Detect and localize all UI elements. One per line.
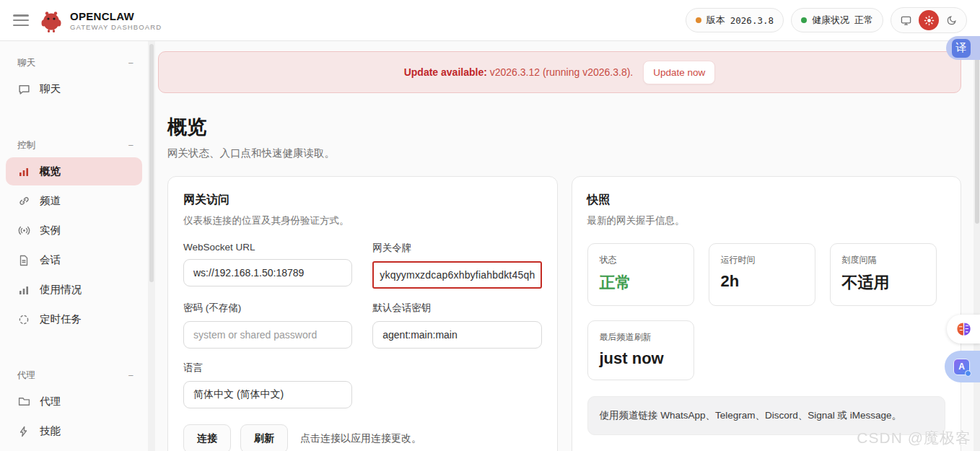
sidebar-item-cron[interactable]: 定时任务 bbox=[6, 305, 142, 333]
websocket-url-input[interactable] bbox=[183, 259, 352, 286]
sidebar-section-agents: 代理 − bbox=[0, 364, 148, 386]
health-value: 正常 bbox=[854, 14, 873, 27]
collapse-icon[interactable]: − bbox=[128, 140, 134, 151]
sidebar: 聊天 − 聊天 控制 − 概览 频道 实例 会话 bbox=[0, 41, 148, 451]
websocket-url-field: WebSocket URL bbox=[183, 242, 352, 289]
connect-button[interactable]: 连接 bbox=[183, 424, 231, 451]
brain-icon bbox=[955, 321, 973, 338]
app-logo: OPENCLAW GATEWAY DASHBOARD bbox=[39, 7, 162, 33]
sidebar-item-skills[interactable]: 技能 bbox=[6, 417, 142, 445]
translate-selection-button[interactable]: A bbox=[945, 351, 980, 382]
language-field: 语言 简体中文 (简体中文) bbox=[183, 362, 352, 408]
sidebar-item-nodes[interactable]: 节点 bbox=[6, 447, 142, 451]
stat-tile-status: 状态 正常 bbox=[587, 243, 694, 306]
sidebar-item-label: 实例 bbox=[40, 224, 61, 237]
theme-dark-button[interactable] bbox=[942, 10, 962, 30]
stat-value: 不适用 bbox=[842, 272, 924, 294]
refresh-button[interactable]: 刷新 bbox=[240, 424, 288, 451]
section-title: 代理 bbox=[17, 369, 35, 382]
update-banner-text: Update available: v2026.3.12 (running v2… bbox=[404, 66, 634, 78]
sidebar-item-label: 频道 bbox=[40, 194, 61, 208]
gateway-card-subtitle: 仪表板连接的位置及其身份验证方式。 bbox=[183, 214, 542, 227]
stat-label: 状态 bbox=[600, 254, 682, 266]
theme-light-button[interactable] bbox=[919, 10, 939, 30]
chat-bubble-icon bbox=[17, 83, 30, 96]
gateway-token-label: 网关令牌 bbox=[372, 242, 541, 255]
translate-page-button[interactable]: 译 bbox=[946, 36, 980, 60]
password-field: 密码 (不存储) bbox=[183, 302, 352, 349]
app-title: OPENCLAW bbox=[70, 10, 162, 22]
crab-logo-icon bbox=[39, 7, 64, 33]
health-badge: 健康状况 正常 bbox=[791, 8, 883, 32]
section-title: 聊天 bbox=[17, 57, 35, 69]
stat-tile-uptime: 运行时间 2h bbox=[709, 243, 815, 306]
main-content: Update available: v2026.3.12 (running v2… bbox=[155, 41, 971, 451]
collapse-icon[interactable]: − bbox=[128, 58, 134, 69]
version-dot bbox=[696, 17, 701, 23]
translate-a-icon: A bbox=[953, 359, 970, 375]
stat-label: 运行时间 bbox=[721, 254, 803, 266]
sidebar-item-overview[interactable]: 概览 bbox=[6, 157, 142, 185]
link-icon bbox=[17, 195, 30, 208]
password-input[interactable] bbox=[183, 321, 352, 349]
lightning-icon bbox=[17, 425, 30, 438]
sidebar-item-label: 会话 bbox=[40, 253, 61, 267]
sidebar-item-label: 定时任务 bbox=[40, 312, 82, 326]
sidebar-item-label: 技能 bbox=[40, 424, 61, 438]
stat-value: just now bbox=[600, 349, 682, 368]
stat-tile-tick-interval: 刻度间隔 不适用 bbox=[830, 243, 937, 306]
snapshot-card: 快照 最新的网关握手信息。 状态 正常 运行时间 2h 刻度间隔 不适用 bbox=[572, 176, 962, 451]
sidebar-item-label: 概览 bbox=[40, 165, 61, 178]
password-label: 密码 (不存储) bbox=[183, 302, 352, 315]
sidebar-section-chat: 聊天 − bbox=[0, 51, 148, 74]
app-header: OPENCLAW GATEWAY DASHBOARD 版本 2026.3.8 健… bbox=[0, 0, 980, 41]
stat-value: 2h bbox=[721, 272, 803, 291]
document-icon bbox=[17, 254, 30, 267]
ai-assistant-button[interactable] bbox=[947, 315, 980, 343]
page-scrollbar[interactable] bbox=[974, 41, 980, 451]
update-banner-detail: v2026.3.12 (running v2026.3.8). bbox=[487, 66, 633, 78]
stat-label: 最后频道刷新 bbox=[600, 331, 682, 343]
app-subtitle: GATEWAY DASHBOARD bbox=[70, 23, 162, 31]
monitor-icon bbox=[901, 15, 911, 26]
page-title: 概览 bbox=[167, 114, 961, 140]
usage-chart-icon bbox=[17, 284, 30, 297]
gateway-token-input[interactable] bbox=[372, 261, 541, 289]
loader-icon bbox=[17, 313, 30, 326]
sidebar-item-sessions[interactable]: 会话 bbox=[6, 246, 142, 274]
folder-icon bbox=[17, 395, 30, 408]
sidebar-section-control: 控制 − bbox=[0, 133, 148, 156]
session-key-field: 默认会话密钥 bbox=[372, 302, 541, 349]
bar-chart-icon bbox=[17, 165, 30, 178]
sidebar-item-label: 代理 bbox=[40, 395, 61, 408]
language-select[interactable]: 简体中文 (简体中文) bbox=[183, 381, 352, 408]
stat-tile-last-refresh: 最后频道刷新 just now bbox=[587, 320, 694, 380]
page-subtitle: 网关状态、入口点和快速健康读取。 bbox=[167, 146, 961, 160]
snapshot-card-title: 快照 bbox=[587, 193, 946, 208]
sidebar-item-label: 聊天 bbox=[40, 82, 61, 96]
stat-label: 刻度间隔 bbox=[842, 254, 924, 266]
connect-hint: 点击连接以应用连接更改。 bbox=[300, 432, 421, 445]
sidebar-item-channels[interactable]: 频道 bbox=[6, 187, 142, 215]
sidebar-item-agents[interactable]: 代理 bbox=[6, 387, 142, 416]
sidebar-item-chat[interactable]: 聊天 bbox=[6, 75, 142, 103]
sidebar-scrollbar[interactable] bbox=[148, 41, 155, 451]
theme-system-button[interactable] bbox=[896, 10, 916, 30]
theme-switcher bbox=[891, 7, 967, 33]
update-now-button[interactable]: Update now bbox=[643, 61, 715, 84]
gateway-card-title: 网关访问 bbox=[183, 193, 542, 208]
session-key-input[interactable] bbox=[372, 321, 541, 349]
sun-icon bbox=[924, 15, 935, 26]
health-label: 健康状况 bbox=[812, 14, 849, 27]
update-banner: Update available: v2026.3.12 (running v2… bbox=[158, 51, 961, 93]
sidebar-item-instances[interactable]: 实例 bbox=[6, 216, 142, 245]
health-dot bbox=[801, 17, 807, 23]
section-title: 控制 bbox=[17, 139, 35, 152]
sidebar-item-label: 使用情况 bbox=[40, 283, 82, 297]
moon-icon bbox=[947, 15, 957, 25]
collapse-icon[interactable]: − bbox=[128, 370, 134, 381]
watermark: CSDN @魔极客 bbox=[857, 428, 971, 448]
menu-toggle-icon[interactable] bbox=[13, 14, 29, 26]
sidebar-item-usage[interactable]: 使用情况 bbox=[6, 276, 142, 304]
stat-value: 正常 bbox=[600, 272, 682, 294]
